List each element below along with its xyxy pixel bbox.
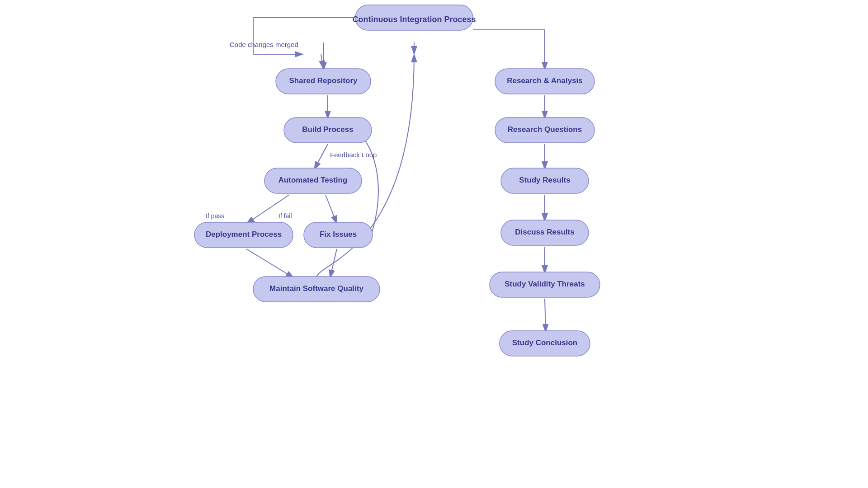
node-research-analysis: Research & Analysis bbox=[495, 69, 594, 94]
label-code-changes: Code changes merged bbox=[230, 41, 298, 48]
node-study-results: Study Results bbox=[501, 168, 589, 193]
label-if-fail: If fail bbox=[278, 212, 292, 220]
label-shared-repo: Shared Repository bbox=[289, 76, 358, 85]
arrow-sv-sc bbox=[545, 299, 546, 332]
arrow-to-shared-repo bbox=[321, 54, 323, 69]
node-research-questions: Research Questions bbox=[495, 117, 594, 143]
node-deployment-process: Deployment Process bbox=[194, 222, 293, 248]
node-ci-process: Continuous Integration Process bbox=[352, 5, 476, 30]
label-fix-issues: Fix Issues bbox=[320, 230, 357, 239]
label-study-results: Study Results bbox=[519, 176, 570, 184]
label-maintain-quality: Maintain Software Quality bbox=[269, 284, 363, 293]
label-research-questions: Research Questions bbox=[508, 125, 582, 134]
arrow-testing-fix bbox=[326, 195, 337, 224]
label-if-pass: If pass bbox=[206, 212, 224, 220]
node-automated-testing: Automated Testing bbox=[264, 168, 362, 193]
node-fix-issues: Fix Issues bbox=[304, 222, 373, 248]
label-discuss-results: Discuss Results bbox=[515, 228, 574, 236]
node-discuss-results: Discuss Results bbox=[501, 220, 589, 245]
node-maintain-quality: Maintain Software Quality bbox=[253, 277, 380, 302]
arrow-deploy-maintain bbox=[246, 249, 294, 278]
label-build-process: Build Process bbox=[302, 125, 353, 134]
node-study-conclusion: Study Conclusion bbox=[500, 331, 590, 356]
node-build-process: Build Process bbox=[284, 117, 372, 143]
node-shared-repo: Shared Repository bbox=[276, 69, 371, 94]
label-study-conclusion: Study Conclusion bbox=[512, 338, 578, 347]
arrow-build-testing bbox=[314, 144, 328, 169]
label-study-validity: Study Validity Threats bbox=[505, 280, 585, 288]
label-automated-testing: Automated Testing bbox=[278, 176, 348, 184]
node-study-validity: Study Validity Threats bbox=[490, 272, 600, 297]
label-feedback-loop: Feedback Loop bbox=[330, 151, 377, 159]
label-ci-process: Continuous Integration Process bbox=[352, 15, 476, 24]
label-deployment-process: Deployment Process bbox=[206, 230, 282, 239]
label-research-analysis: Research & Analysis bbox=[507, 76, 583, 85]
